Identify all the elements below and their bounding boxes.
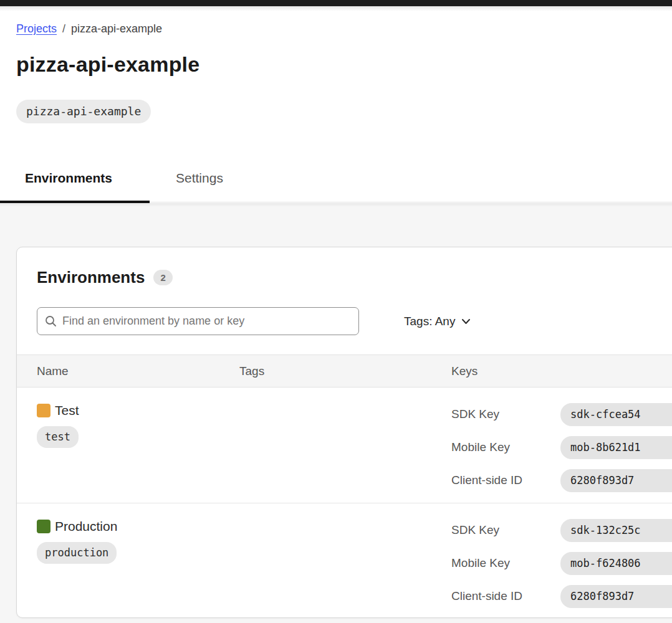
breadcrumb: Projects / pizza-api-example <box>16 22 162 36</box>
mobile-key-label: Mobile Key <box>451 440 560 454</box>
environment-count-badge: 2 <box>153 270 172 285</box>
client-side-id-value[interactable]: 6280f893d7 <box>560 469 672 492</box>
mobile-key-value[interactable]: mob-f624806 <box>560 552 672 575</box>
table-header-row: Name Tags Keys <box>17 354 672 388</box>
sdk-key-label: SDK Key <box>451 407 560 421</box>
table-row-test: Test test SDK Key sdk-cfcea54 Mobile Key… <box>17 388 672 503</box>
env-name-link[interactable]: Test <box>55 403 79 418</box>
env-color-swatch <box>37 404 50 417</box>
sdk-key-label: SDK Key <box>451 523 560 537</box>
chevron-down-icon <box>461 318 471 325</box>
sdk-key-value[interactable]: sdk-132c25c <box>560 519 672 542</box>
env-key-badge: test <box>37 426 79 448</box>
breadcrumb-current: pizza-api-example <box>71 22 162 36</box>
section-shadow <box>0 203 672 207</box>
tab-settings[interactable]: Settings <box>176 171 223 186</box>
top-bar-shadow <box>0 6 672 11</box>
sdk-key-line: SDK Key sdk-132c25c <box>451 519 672 541</box>
env-keys-cell: SDK Key sdk-cfcea54 Mobile Key mob-8b621… <box>451 403 672 502</box>
environments-card: Environments 2 Tags: Any Name Tags <box>16 247 672 618</box>
search-icon <box>45 315 57 327</box>
env-color-swatch <box>37 520 50 533</box>
column-header-name: Name <box>17 364 239 378</box>
environment-search-box[interactable] <box>37 307 359 335</box>
tab-bar: Environments Settings <box>0 156 672 202</box>
card-title-row: Environments 2 <box>37 268 173 287</box>
tags-filter-dropdown[interactable]: Tags: Any <box>404 315 471 328</box>
sdk-key-value[interactable]: sdk-cfcea54 <box>560 403 672 426</box>
page-body-section: Environments 2 Tags: Any Name Tags <box>0 203 672 623</box>
env-name-cell: Production production <box>17 519 239 564</box>
mobile-key-line: Mobile Key mob-8b621d1 <box>451 436 672 459</box>
mobile-key-line: Mobile Key mob-f624806 <box>451 552 672 574</box>
env-keys-cell: SDK Key sdk-132c25c Mobile Key mob-f6248… <box>451 519 672 618</box>
project-key-badge: pizza-api-example <box>16 100 151 123</box>
client-side-id-line: Client-side ID 6280f893d7 <box>451 585 672 607</box>
column-header-tags: Tags <box>239 364 451 378</box>
breadcrumb-projects-link[interactable]: Projects <box>16 22 57 36</box>
client-side-id-value[interactable]: 6280f893d7 <box>560 585 672 608</box>
environment-search-input[interactable] <box>62 315 351 328</box>
tags-filter-label: Tags: Any <box>404 315 455 328</box>
card-controls: Tags: Any <box>37 307 471 335</box>
card-title: Environments <box>37 268 145 287</box>
client-side-id-label: Client-side ID <box>451 473 560 487</box>
column-header-keys: Keys <box>451 364 672 378</box>
environments-table: Name Tags Keys Test test SDK Key s <box>17 354 672 618</box>
env-key-badge: production <box>37 542 117 564</box>
env-name-cell: Test test <box>17 403 239 448</box>
page-title: pizza-api-example <box>16 52 199 77</box>
client-side-id-label: Client-side ID <box>451 589 560 603</box>
top-bar <box>0 0 672 6</box>
sdk-key-line: SDK Key sdk-cfcea54 <box>451 403 672 426</box>
mobile-key-value[interactable]: mob-8b621d1 <box>560 436 672 459</box>
env-name-link[interactable]: Production <box>55 519 117 534</box>
mobile-key-label: Mobile Key <box>451 556 560 570</box>
table-row-production: Production production SDK Key sdk-132c25… <box>17 503 672 618</box>
client-side-id-line: Client-side ID 6280f893d7 <box>451 469 672 492</box>
breadcrumb-separator: / <box>62 22 65 36</box>
tab-environments[interactable]: Environments <box>25 171 112 186</box>
